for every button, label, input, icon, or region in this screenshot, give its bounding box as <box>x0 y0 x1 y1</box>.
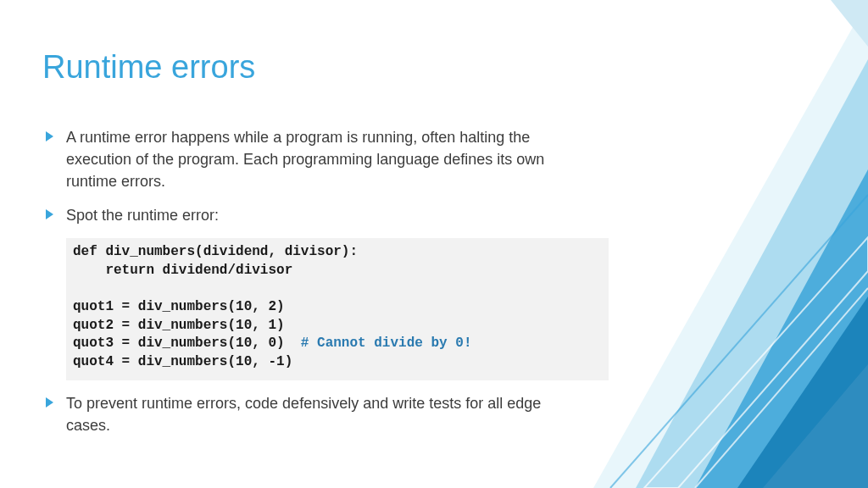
code-line: quot2 = div_numbers(10, 1) <box>73 318 285 333</box>
svg-line-8 <box>695 288 868 488</box>
code-line: return dividend/divisor <box>73 263 292 278</box>
bullet-list: A runtime error happens while a program … <box>42 126 585 226</box>
slide-content: Runtime errors A runtime error happens w… <box>0 0 644 482</box>
bullet-list: To prevent runtime errors, code defensiv… <box>42 392 585 436</box>
code-line: quot3 = div_numbers(10, 0) <box>73 336 301 351</box>
svg-marker-6 <box>831 0 868 47</box>
svg-marker-4 <box>737 297 868 488</box>
svg-marker-2 <box>695 169 868 488</box>
svg-marker-1 <box>636 59 868 488</box>
code-line: quot1 = div_numbers(10, 2) <box>73 299 285 314</box>
code-line: def div_numbers(dividend, divisor): <box>73 244 358 259</box>
code-comment: # Cannot divide by 0! <box>301 336 472 351</box>
svg-line-7 <box>610 195 868 488</box>
bullet-item: A runtime error happens while a program … <box>42 126 585 192</box>
bullet-item: To prevent runtime errors, code defensiv… <box>42 392 585 436</box>
code-block: def div_numbers(dividend, divisor): retu… <box>66 238 609 380</box>
code-line: quot4 = div_numbers(10, -1) <box>73 354 292 369</box>
bullet-item: Spot the runtime error: <box>42 204 585 226</box>
svg-marker-5 <box>644 237 868 488</box>
slide-title: Runtime errors <box>42 49 585 86</box>
